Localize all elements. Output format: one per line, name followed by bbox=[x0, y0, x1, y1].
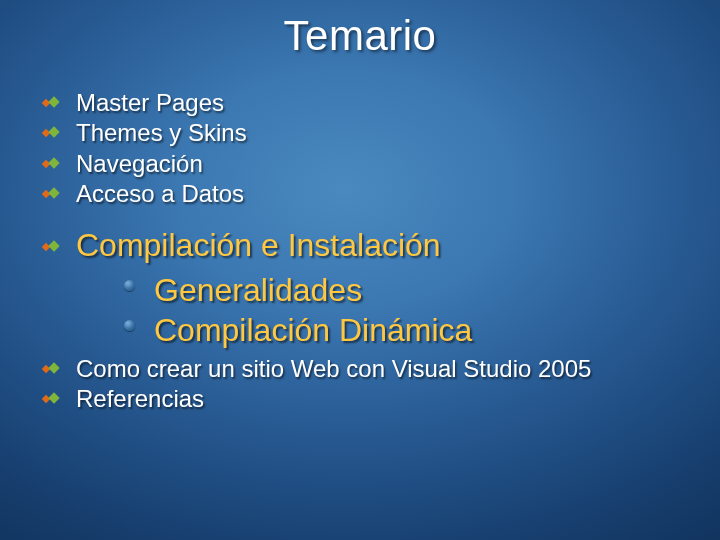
list-item: Referencias bbox=[38, 384, 690, 413]
svg-rect-13 bbox=[48, 393, 59, 404]
sub-list-item: Compilación Dinámica bbox=[120, 311, 690, 350]
svg-rect-2 bbox=[42, 129, 50, 137]
svg-rect-4 bbox=[42, 159, 50, 167]
diamond-bullet-icon bbox=[40, 124, 62, 140]
svg-rect-10 bbox=[42, 365, 50, 373]
list-item-label: Navegación bbox=[76, 150, 203, 177]
diamond-bullet-icon bbox=[40, 238, 62, 254]
list-item: Themes y Skins bbox=[38, 118, 690, 147]
list-item: Navegación bbox=[38, 149, 690, 178]
svg-rect-5 bbox=[48, 157, 59, 168]
dot-bullet-icon bbox=[124, 320, 135, 331]
list-item: Master Pages bbox=[38, 88, 690, 117]
svg-rect-3 bbox=[48, 127, 59, 138]
slide-title: Temario bbox=[0, 0, 720, 60]
svg-rect-8 bbox=[42, 243, 50, 251]
svg-rect-12 bbox=[42, 395, 50, 403]
slide-content: Master Pages Themes y Skins Navegación A… bbox=[38, 88, 690, 415]
slide: Temario Master Pages Themes y Skins Nave… bbox=[0, 0, 720, 540]
list-item-section: Compilación e Instalación Generalidades … bbox=[38, 226, 690, 350]
diamond-bullet-icon bbox=[40, 94, 62, 110]
list-item-label: Como crear un sitio Web con Visual Studi… bbox=[76, 355, 591, 382]
svg-rect-7 bbox=[48, 187, 59, 198]
svg-rect-9 bbox=[48, 240, 59, 251]
list-item-label: Themes y Skins bbox=[76, 119, 247, 146]
diamond-bullet-icon bbox=[40, 390, 62, 406]
svg-rect-1 bbox=[48, 96, 59, 107]
diamond-bullet-icon bbox=[40, 185, 62, 201]
sub-list-item-label: Generalidades bbox=[154, 272, 362, 308]
dot-bullet-icon bbox=[124, 280, 135, 291]
list-item: Acceso a Datos bbox=[38, 179, 690, 208]
diamond-bullet-icon bbox=[40, 360, 62, 376]
sub-bullet-list: Generalidades Compilación Dinámica bbox=[76, 271, 690, 350]
sub-list-item-label: Compilación Dinámica bbox=[154, 312, 472, 348]
svg-rect-0 bbox=[42, 99, 50, 107]
list-item-label: Referencias bbox=[76, 385, 204, 412]
list-item-label: Compilación e Instalación bbox=[76, 227, 441, 263]
list-item: Como crear un sitio Web con Visual Studi… bbox=[38, 354, 690, 383]
svg-rect-6 bbox=[42, 190, 50, 198]
sub-list-item: Generalidades bbox=[120, 271, 690, 310]
list-item-label: Acceso a Datos bbox=[76, 180, 244, 207]
svg-rect-11 bbox=[48, 362, 59, 373]
bullet-list: Master Pages Themes y Skins Navegación A… bbox=[38, 88, 690, 414]
list-item-label: Master Pages bbox=[76, 89, 224, 116]
diamond-bullet-icon bbox=[40, 155, 62, 171]
